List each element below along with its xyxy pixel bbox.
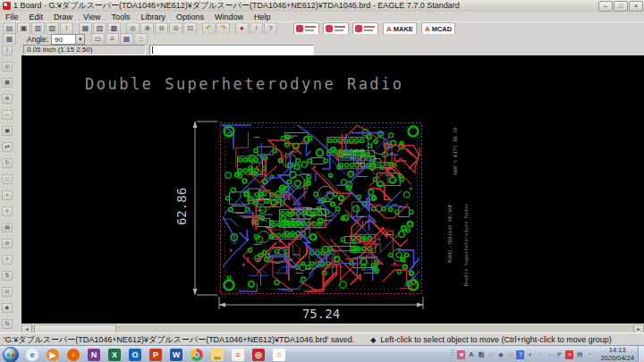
board-canvas[interactable]: Double Superheterodyne Radio 62.86 75.24… <box>21 55 644 324</box>
save-icon[interactable]: ▣ <box>17 22 30 35</box>
change-tool[interactable]: ≈ <box>2 190 13 200</box>
tray-app-pink-icon[interactable]: ■ <box>457 350 465 359</box>
cut-tool[interactable]: × <box>2 206 13 216</box>
zoom-redraw-icon[interactable]: ⊙ <box>169 22 182 35</box>
tray-folder-icon[interactable]: ▱ <box>487 350 495 359</box>
taskbar-outlook-icon[interactable]: O <box>129 349 141 361</box>
eagle-app-icon <box>3 2 11 10</box>
menu-help[interactable]: Help <box>249 13 276 21</box>
tray-help-icon[interactable]: ? <box>516 350 524 359</box>
group-tool[interactable]: □ <box>2 174 13 184</box>
make-button[interactable]: A MAKE <box>383 22 417 35</box>
menubar: FileEditDrawViewToolsLibraryOptionsWindo… <box>0 12 644 21</box>
width-icon[interactable]: :: <box>134 33 148 46</box>
print-icon[interactable]: ▥ <box>31 22 45 35</box>
autodesk-logo-icon: A <box>425 25 430 33</box>
mark-tool[interactable]: ⊕ <box>2 94 13 104</box>
taskbar-clock[interactable]: 14:13 2020/04/24 <box>600 347 634 362</box>
taskbar-notes-icon[interactable]: ≡ <box>232 349 244 361</box>
display-tool[interactable]: ▦ <box>2 78 13 88</box>
wire-style-icon[interactable]: ≡ <box>106 33 119 46</box>
board-title-text: Double Superheterodyne Radio <box>85 75 404 93</box>
taskbar-firefox-icon[interactable]: ◗ <box>67 349 80 361</box>
export-image-icon[interactable]: ▧ <box>46 22 59 35</box>
copy-tool[interactable]: ▣ <box>2 126 13 136</box>
pinswap-tool[interactable]: ⇅ <box>2 271 13 281</box>
text-caret <box>152 46 153 54</box>
toolbar-separator <box>230 23 234 34</box>
name-tool[interactable]: N <box>2 319 13 329</box>
tray-flag-icon[interactable]: ◤ <box>555 350 564 359</box>
show-tool[interactable]: ◎ <box>2 62 13 72</box>
wire-bend-icon[interactable]: ▭ <box>91 33 105 46</box>
move-tool[interactable]: ↔ <box>2 110 13 120</box>
start-button[interactable] <box>3 347 19 362</box>
tray-security-icon[interactable]: × <box>565 350 573 359</box>
menu-library[interactable]: Library <box>135 13 171 21</box>
tray-folder2-icon[interactable]: ▱ <box>506 350 514 359</box>
taskbar-ie-icon[interactable]: e <box>26 349 38 361</box>
zoom-out-icon[interactable]: ⊖ <box>155 22 168 35</box>
close-button[interactable]: × <box>629 1 643 12</box>
taskbar-mediaplayer-icon[interactable]: ▶ <box>47 349 59 361</box>
taskbar-word-icon[interactable]: W <box>170 349 182 361</box>
rotate-tool[interactable]: ↻ <box>2 158 13 168</box>
pcb-layout <box>21 55 644 324</box>
taskbar-grip[interactable] <box>451 349 454 360</box>
help-icon[interactable]: ? <box>264 22 277 35</box>
cursor-marker-icon: ◆ <box>370 336 376 344</box>
tray-dots-icon[interactable]: ∶ <box>536 350 544 359</box>
tray-tool-icon[interactable]: ◆ <box>496 350 504 359</box>
angle-label: Angle: <box>27 35 48 44</box>
lock-tool[interactable]: ■ <box>2 303 13 313</box>
mcad-button[interactable]: A MCAD <box>421 22 455 35</box>
order-pcb-button-2[interactable] <box>323 22 349 35</box>
autodesk-logo-icon: A <box>386 25 392 33</box>
tray-ime-mode-a[interactable]: A <box>467 350 475 359</box>
taskbar-chrome-icon[interactable] <box>191 349 203 361</box>
taskbar-onenote-icon[interactable]: N <box>88 349 100 361</box>
tray-display-icon[interactable]: ◐ <box>526 350 534 359</box>
taskbar-red-app-icon[interactable]: ◎ <box>252 349 265 361</box>
menu-view[interactable]: View <box>78 13 106 21</box>
menu-edit[interactable]: Edit <box>24 13 49 21</box>
tray-collapse-icon[interactable]: - <box>546 350 554 359</box>
menu-tools[interactable]: Tools <box>106 13 135 21</box>
taskbar-excel-icon[interactable]: X <box>108 349 121 361</box>
menu-file[interactable]: File <box>0 13 24 21</box>
info-tool[interactable]: i <box>2 46 13 55</box>
tray-clock-icon[interactable]: ◔ <box>585 350 593 359</box>
add-tool[interactable]: + <box>2 255 13 265</box>
maximize-button[interactable]: □ <box>614 1 628 12</box>
titlebar: 1 Board - G:¥ダブルスーパー(TDA1046+NE612)¥ダブルス… <box>0 0 644 13</box>
tray-ime-mode-kana[interactable]: 般 <box>477 350 485 359</box>
undo-icon[interactable]: ↶ <box>202 22 216 35</box>
order-pcb-button-3[interactable] <box>352 22 378 35</box>
menu-draw[interactable]: Draw <box>48 13 78 21</box>
zoom-select-icon[interactable]: ⊡ <box>183 22 197 35</box>
chevron-down-icon[interactable]: ▼ <box>75 35 84 44</box>
script-icon[interactable]: ! <box>250 22 263 35</box>
angle-dropdown[interactable]: 90 ▼ <box>51 34 85 45</box>
taskbar-white-app-icon[interactable]: ○ <box>273 349 285 361</box>
toolbar-separator <box>73 23 78 34</box>
redo-icon[interactable]: ↷ <box>216 22 230 35</box>
board-side-text-name: Double Superheterodyne Radio <box>463 200 469 290</box>
menu-options[interactable]: Options <box>171 13 209 21</box>
delete-tool[interactable]: ⊘ <box>2 239 13 248</box>
stop-icon[interactable]: ● <box>235 22 249 35</box>
mirror-tool[interactable]: ⇄ <box>2 142 13 152</box>
menu-window[interactable]: Window <box>209 13 249 21</box>
paste-tool[interactable]: ▤ <box>2 223 13 232</box>
show-desktop-button[interactable] <box>638 346 644 362</box>
taskbar-explorer-icon[interactable]: ▂ <box>211 349 224 361</box>
command-input[interactable] <box>149 45 314 55</box>
order-pcb-button-1[interactable] <box>293 22 319 35</box>
mitre-icon[interactable]: ▦ <box>120 33 133 46</box>
minimize-button[interactable]: – <box>598 1 613 12</box>
taskbar-powerpoint-icon[interactable]: P <box>149 349 162 361</box>
alert-icon[interactable]: ! <box>60 22 73 35</box>
grid-toggle-icon[interactable]: ▦ <box>3 33 16 46</box>
replace-tool[interactable]: ⊙ <box>2 287 13 297</box>
tray-printer-icon[interactable]: ▤ <box>575 350 583 359</box>
